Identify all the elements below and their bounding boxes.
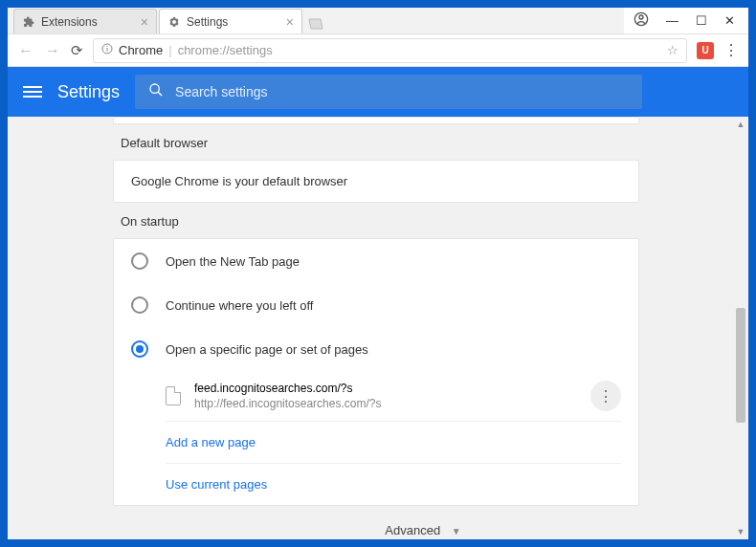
extension-badge-icon[interactable]: U [697, 42, 714, 59]
startup-option-continue[interactable]: Continue where you left off [114, 283, 638, 327]
browser-window: Extensions × Settings × — ☐ ✕ ← [8, 8, 748, 539]
window-controls: — ☐ ✕ [624, 8, 748, 33]
search-settings-box[interactable] [135, 75, 642, 109]
scrollbar[interactable]: ▲ ▼ [733, 117, 748, 539]
close-icon[interactable]: × [286, 14, 294, 30]
scroll-thumb[interactable] [736, 308, 745, 423]
previous-card-edge [113, 117, 639, 124]
svg-point-1 [639, 15, 643, 19]
startup-option-specific[interactable]: Open a specific page or set of pages [114, 327, 638, 371]
tab-label: Extensions [41, 15, 98, 29]
titlebar: Extensions × Settings × — ☐ ✕ [8, 8, 748, 34]
startup-page-title: feed.incognitosearches.com/?s [194, 382, 577, 395]
menu-icon[interactable] [23, 82, 42, 101]
section-title-default-browser: Default browser [121, 136, 733, 150]
site-info-icon[interactable] [101, 43, 113, 57]
svg-point-5 [150, 84, 159, 93]
startup-page-entry: feed.incognitosearches.com/?s http://fee… [114, 371, 638, 421]
svg-line-6 [158, 92, 162, 96]
advanced-toggle[interactable]: Advanced ▼ [113, 506, 733, 539]
address-bar: ← → ⟳ Chrome | chrome://settings ☆ U ⋮ [8, 34, 748, 67]
radio-label: Open the New Tab page [166, 254, 300, 269]
site-label: Chrome [119, 43, 163, 57]
default-browser-message: Google Chrome is your default browser [131, 174, 347, 188]
chevron-down-icon: ▼ [452, 526, 461, 536]
tab-extensions[interactable]: Extensions × [13, 9, 157, 33]
radio-label: Open a specific page or set of pages [166, 342, 368, 357]
omnibox[interactable]: Chrome | chrome://settings ☆ [93, 38, 687, 63]
use-current-pages-link[interactable]: Use current pages [114, 464, 638, 505]
page-title: Settings [57, 82, 120, 102]
browser-menu-button[interactable]: ⋮ [723, 41, 739, 59]
close-button[interactable]: ✕ [724, 13, 735, 28]
content-area: Settings Default browser Google Chrome i… [8, 67, 748, 539]
minimize-button[interactable]: — [666, 13, 678, 28]
page-icon [166, 386, 181, 405]
page-more-button[interactable]: ⋮ [590, 381, 621, 411]
scroll-up-icon[interactable]: ▲ [733, 117, 748, 132]
back-button[interactable]: ← [17, 42, 34, 59]
reload-button[interactable]: ⟳ [71, 42, 83, 59]
startup-option-newtab[interactable]: Open the New Tab page [114, 239, 638, 283]
settings-body: Default browser Google Chrome is your de… [8, 117, 748, 539]
svg-rect-3 [107, 48, 108, 52]
radio-selected-icon [131, 340, 148, 358]
tab-label: Settings [187, 15, 228, 29]
profile-avatar-icon[interactable] [634, 11, 649, 30]
gear-icon [167, 15, 181, 29]
default-browser-card: Google Chrome is your default browser [113, 160, 639, 203]
radio-icon [131, 296, 148, 314]
radio-label: Continue where you left off [166, 298, 313, 313]
bookmark-star-icon[interactable]: ☆ [667, 43, 678, 57]
tabs-strip: Extensions × Settings × [8, 8, 624, 33]
forward-button: → [44, 42, 61, 59]
tab-settings[interactable]: Settings × [159, 9, 302, 33]
add-new-page-link[interactable]: Add a new page [114, 422, 638, 463]
puzzle-icon [22, 15, 35, 29]
section-title-startup: On startup [121, 214, 733, 229]
maximize-button[interactable]: ☐ [696, 13, 707, 28]
url-text: chrome://settings [178, 43, 273, 57]
svg-rect-4 [107, 46, 108, 47]
startup-card: Open the New Tab page Continue where you… [113, 238, 639, 506]
new-tab-button[interactable] [304, 14, 327, 33]
scroll-down-icon[interactable]: ▼ [733, 524, 748, 539]
settings-header: Settings [8, 67, 748, 117]
close-icon[interactable]: × [141, 14, 148, 30]
search-icon [148, 82, 164, 101]
search-input[interactable] [175, 84, 629, 99]
radio-icon [131, 252, 148, 270]
startup-page-url: http://feed.incognitosearches.com/?s [194, 397, 577, 410]
